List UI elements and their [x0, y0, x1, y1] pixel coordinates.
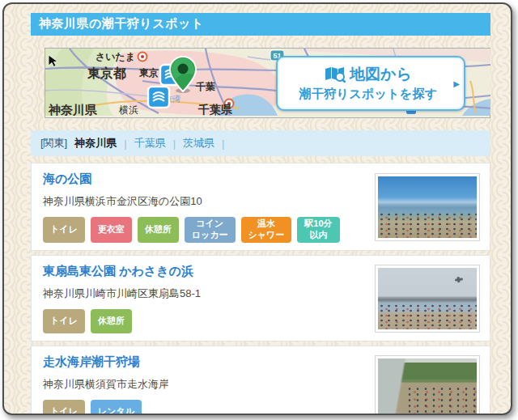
amenity-tag: トイレ — [43, 217, 85, 243]
map-label-saitama: さいたま — [96, 51, 135, 62]
map-label-chiba-city: 千葉 — [195, 81, 215, 92]
spot-info: 東扇島東公園 かわさきの浜 神奈川県川崎市川崎区東扇島58-1 トイレ休憩所 — [43, 264, 375, 333]
beach-crowd — [378, 212, 477, 238]
nav-current-kanagawa: 神奈川県 — [74, 136, 117, 151]
spot-info: 海の公園 神奈川県横浜市金沢区海の公園10 トイレ更衣室休憩所コイン ロッカー温… — [43, 172, 375, 243]
map-label-chiba-pref: 千葉県 — [197, 103, 232, 116]
page-frame: 神奈川県の潮干狩りスポット — [2, 2, 512, 415]
spot-address: 神奈川県横須賀市走水海岸 — [43, 377, 365, 392]
spot-card: 東扇島東公園 かわさきの浜 神奈川県川崎市川崎区東扇島58-1 トイレ休憩所 — [31, 255, 490, 342]
map-cta-text2: 潮干狩りスポットを探す — [284, 87, 452, 102]
map-label-tokyo-pref: 東京都 — [87, 66, 126, 80]
map-label-tokyo: 東京 — [138, 67, 159, 78]
spot-address: 神奈川県横浜市金沢区海の公園10 — [43, 194, 365, 209]
map-label-kanagawa-pref: 神奈川県 — [48, 103, 97, 116]
nav-separator: | — [222, 138, 224, 150]
amenity-tag: 駅10分 以内 — [297, 217, 339, 243]
spot-title-link[interactable]: 海の公園 — [43, 172, 91, 187]
chevron-right-icon: ▶ — [453, 78, 460, 87]
map-icon — [325, 66, 346, 83]
spot-photo[interactable] — [375, 173, 480, 241]
amenity-tag: 温水 シャワー — [241, 217, 292, 243]
page-title: 神奈川県の潮干狩りスポット — [31, 13, 490, 36]
map-cta-line1: 地図から — [284, 64, 452, 85]
spot-card: 走水海岸潮干狩場 神奈川県横須賀市走水海岸 トイレレンタル — [31, 346, 490, 416]
prefecture-nav: [関東] 神奈川県 | 千葉県 | 茨城県 | — [31, 130, 490, 156]
spot-address: 神奈川県川崎市川崎区東扇島58-1 — [43, 286, 365, 301]
tidal-flat-crowd — [405, 386, 477, 415]
amenity-tag: トイレ — [43, 400, 85, 416]
page-content: 神奈川県の潮干狩りスポット — [4, 4, 511, 415]
nav-link-ibaraki[interactable]: 茨城県 — [183, 136, 214, 151]
amenity-tags: トイレ更衣室休憩所コイン ロッカー温水 シャワー駅10分 以内 — [43, 217, 365, 243]
shellfish-marker-icon[interactable] — [148, 87, 169, 108]
map-label-yokohama: 横浜 — [118, 104, 138, 116]
amenity-tags: トイレレンタル — [43, 400, 365, 416]
route-marker-saitama — [138, 53, 147, 62]
amenity-tags: トイレ休憩所 — [43, 309, 365, 333]
amenity-tag: トイレ — [43, 309, 85, 333]
spot-title-link[interactable]: 東扇島東公園 かわさきの浜 — [43, 264, 193, 279]
map-cta-text1: 地図から — [350, 64, 412, 85]
spot-card: 海の公園 神奈川県横浜市金沢区海の公園10 トイレ更衣室休憩所コイン ロッカー温… — [31, 163, 490, 251]
nav-separator: | — [124, 138, 126, 150]
map-search-button[interactable]: 地図から 潮干狩りスポットを探す ▶ — [276, 56, 465, 111]
amenity-tag: 更衣室 — [91, 217, 132, 243]
spot-info: 走水海岸潮干狩場 神奈川県横須賀市走水海岸 トイレレンタル — [43, 354, 375, 416]
amenity-tag: 休憩所 — [91, 309, 132, 333]
amenity-tag: レンタル — [91, 400, 142, 416]
amenity-tag: コイン ロッカー — [185, 217, 236, 243]
beach-crowd — [378, 303, 477, 329]
spot-photo[interactable] — [375, 355, 480, 416]
spot-map[interactable]: 51 さいたま 東京都 東京 千葉 千葉県 神奈川県 横浜 東京湾 — [45, 48, 490, 118]
nav-link-chiba[interactable]: 千葉県 — [134, 136, 166, 151]
amenity-tag: 休憩所 — [138, 217, 179, 243]
airplane — [455, 278, 463, 281]
region-label: [関東] — [40, 136, 67, 151]
spot-photo[interactable] — [375, 265, 480, 333]
nav-separator: | — [173, 138, 176, 150]
spot-title-link[interactable]: 走水海岸潮干狩場 — [43, 354, 140, 370]
